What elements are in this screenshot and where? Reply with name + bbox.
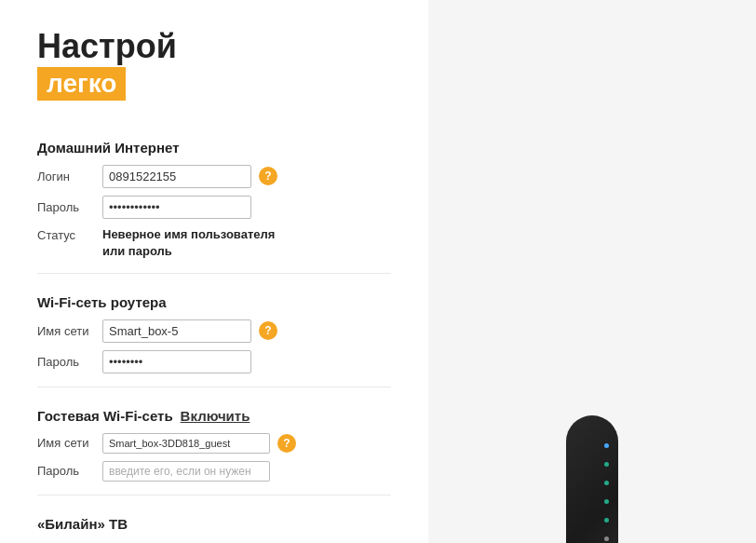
password-wifi-row: Пароль xyxy=(37,350,391,373)
divider-2 xyxy=(37,387,391,387)
wifi-title: Wi-Fi-сеть роутера xyxy=(37,294,391,310)
router-led-5 xyxy=(604,518,609,523)
login-label: Логин xyxy=(37,170,102,183)
page-title-line1: Настрой xyxy=(37,28,391,65)
guest-wifi-header: Гостевая Wi-Fi-сеть Включить xyxy=(37,408,391,424)
guest-password-row: Пароль xyxy=(37,461,391,482)
guest-wifi-section: Гостевая Wi-Fi-сеть Включить Имя сети ? … xyxy=(37,408,391,482)
password-wifi-input[interactable] xyxy=(102,350,251,373)
router-led-1 xyxy=(604,443,609,448)
divider-1 xyxy=(37,273,391,274)
ssid-label: Имя сети xyxy=(37,324,102,338)
status-row: Статус Неверное имя пользователя или пар… xyxy=(37,226,391,260)
ssid-input[interactable] xyxy=(102,319,251,343)
ssid-row: Имя сети ? xyxy=(37,319,391,343)
wifi-section: Wi-Fi-сеть роутера Имя сети ? Пароль xyxy=(37,294,391,373)
form-panel: Настрой легко Домашний Интернет Логин ? … xyxy=(0,0,428,543)
guest-password-input[interactable] xyxy=(102,461,270,482)
password-internet-row: Пароль xyxy=(37,196,391,219)
help-icon-guest[interactable]: ? xyxy=(277,434,296,453)
router-led-6 xyxy=(604,536,609,541)
router-body xyxy=(566,415,618,543)
router-led-3 xyxy=(604,481,609,485)
router-image xyxy=(536,397,648,543)
login-input[interactable] xyxy=(102,165,251,188)
divider-3 xyxy=(37,495,391,495)
guest-wifi-title: Гостевая Wi-Fi-сеть xyxy=(37,408,173,424)
guest-ssid-row: Имя сети ? xyxy=(37,433,391,454)
guest-ssid-input[interactable] xyxy=(102,433,270,454)
router-led-4 xyxy=(604,499,609,504)
password-internet-label: Пароль xyxy=(37,200,102,214)
help-icon-internet[interactable]: ? xyxy=(259,167,277,185)
password-wifi-label: Пароль xyxy=(37,355,102,369)
guest-password-label: Пароль xyxy=(37,464,102,478)
beeline-tv-section: «Билайн» ТВ Выберите LAN-порт, к котором… xyxy=(37,516,391,543)
home-internet-section: Домашний Интернет Логин ? Пароль Статус … xyxy=(37,140,391,260)
status-label: Статус xyxy=(37,226,102,242)
beeline-tv-title: «Билайн» ТВ xyxy=(37,516,391,532)
home-internet-title: Домашний Интернет xyxy=(37,140,391,156)
right-panel xyxy=(428,0,756,543)
guest-ssid-label: Имя сети xyxy=(37,436,102,450)
help-icon-wifi[interactable]: ? xyxy=(259,321,277,340)
password-internet-input[interactable] xyxy=(102,196,251,219)
page-title-highlight: легко xyxy=(37,67,126,101)
enable-guest-wifi-link[interactable]: Включить xyxy=(181,408,250,424)
page-container: Настрой легко Домашний Интернет Логин ? … xyxy=(0,0,756,543)
status-text: Неверное имя пользователя или пароль xyxy=(102,226,275,260)
page-header: Настрой легко xyxy=(37,28,391,119)
router-led-2 xyxy=(604,462,609,467)
login-row: Логин ? xyxy=(37,165,391,188)
